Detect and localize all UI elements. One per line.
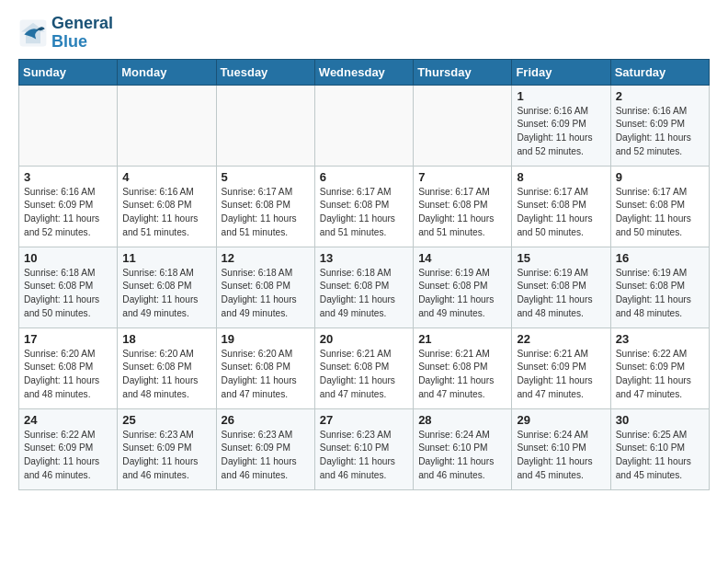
weekday-header-tuesday: Tuesday [216, 59, 314, 85]
calendar-cell: 20Sunrise: 6:21 AM Sunset: 6:08 PM Dayli… [314, 327, 413, 408]
day-info: Sunrise: 6:25 AM Sunset: 6:10 PM Dayligh… [616, 429, 704, 483]
calendar-cell: 21Sunrise: 6:21 AM Sunset: 6:08 PM Dayli… [414, 327, 512, 408]
day-number: 5 [222, 170, 310, 184]
day-info: Sunrise: 6:17 AM Sunset: 6:08 PM Dayligh… [320, 186, 408, 240]
logo-text: General Blue [51, 15, 113, 52]
day-number: 1 [517, 89, 605, 103]
day-info: Sunrise: 6:21 AM Sunset: 6:09 PM Dayligh… [517, 348, 605, 402]
day-info: Sunrise: 6:17 AM Sunset: 6:08 PM Dayligh… [418, 186, 506, 240]
calendar-cell: 27Sunrise: 6:23 AM Sunset: 6:10 PM Dayli… [314, 408, 413, 489]
day-number: 14 [418, 251, 506, 265]
day-number: 21 [418, 332, 506, 346]
page: General Blue SundayMondayTuesdayWednesda… [0, 0, 728, 505]
weekday-header-thursday: Thursday [414, 59, 512, 85]
day-number: 10 [24, 251, 112, 265]
calendar-cell: 30Sunrise: 6:25 AM Sunset: 6:10 PM Dayli… [610, 408, 709, 489]
weekday-header-monday: Monday [118, 59, 216, 85]
day-number: 24 [24, 413, 112, 427]
day-number: 3 [24, 170, 112, 184]
weekday-header-row: SundayMondayTuesdayWednesdayThursdayFrid… [19, 59, 710, 85]
day-info: Sunrise: 6:19 AM Sunset: 6:08 PM Dayligh… [418, 267, 506, 321]
day-info: Sunrise: 6:23 AM Sunset: 6:09 PM Dayligh… [222, 429, 310, 483]
day-number: 12 [222, 251, 310, 265]
day-number: 28 [418, 413, 506, 427]
day-info: Sunrise: 6:19 AM Sunset: 6:08 PM Dayligh… [616, 267, 704, 321]
day-info: Sunrise: 6:23 AM Sunset: 6:10 PM Dayligh… [320, 429, 408, 483]
calendar-cell: 9Sunrise: 6:17 AM Sunset: 6:08 PM Daylig… [610, 166, 709, 247]
calendar-cell [19, 85, 118, 166]
calendar-cell: 10Sunrise: 6:18 AM Sunset: 6:08 PM Dayli… [19, 247, 118, 327]
day-number: 23 [616, 332, 704, 346]
day-number: 7 [418, 170, 506, 184]
day-info: Sunrise: 6:20 AM Sunset: 6:08 PM Dayligh… [222, 348, 310, 402]
calendar-cell: 14Sunrise: 6:19 AM Sunset: 6:08 PM Dayli… [414, 247, 512, 327]
calendar-cell: 1Sunrise: 6:16 AM Sunset: 6:09 PM Daylig… [512, 85, 610, 166]
day-number: 18 [122, 332, 210, 346]
day-info: Sunrise: 6:17 AM Sunset: 6:08 PM Dayligh… [517, 186, 605, 240]
day-info: Sunrise: 6:22 AM Sunset: 6:09 PM Dayligh… [616, 348, 704, 402]
day-number: 9 [616, 170, 704, 184]
weekday-header-friday: Friday [512, 59, 610, 85]
day-info: Sunrise: 6:19 AM Sunset: 6:08 PM Dayligh… [517, 267, 605, 321]
weekday-header-wednesday: Wednesday [314, 59, 413, 85]
calendar-cell: 15Sunrise: 6:19 AM Sunset: 6:08 PM Dayli… [512, 247, 610, 327]
day-info: Sunrise: 6:16 AM Sunset: 6:08 PM Dayligh… [122, 186, 210, 240]
calendar-cell: 22Sunrise: 6:21 AM Sunset: 6:09 PM Dayli… [512, 327, 610, 408]
day-number: 25 [122, 413, 210, 427]
calendar-cell: 24Sunrise: 6:22 AM Sunset: 6:09 PM Dayli… [19, 408, 118, 489]
calendar-cell: 28Sunrise: 6:24 AM Sunset: 6:10 PM Dayli… [414, 408, 512, 489]
calendar-week-5: 24Sunrise: 6:22 AM Sunset: 6:09 PM Dayli… [19, 408, 710, 489]
calendar-cell: 25Sunrise: 6:23 AM Sunset: 6:09 PM Dayli… [118, 408, 216, 489]
calendar-cell: 16Sunrise: 6:19 AM Sunset: 6:08 PM Dayli… [610, 247, 709, 327]
logo: General Blue [18, 15, 113, 52]
calendar-cell: 13Sunrise: 6:18 AM Sunset: 6:08 PM Dayli… [314, 247, 413, 327]
day-number: 15 [517, 251, 605, 265]
day-number: 17 [24, 332, 112, 346]
day-info: Sunrise: 6:18 AM Sunset: 6:08 PM Dayligh… [122, 267, 210, 321]
day-number: 26 [222, 413, 310, 427]
day-info: Sunrise: 6:18 AM Sunset: 6:08 PM Dayligh… [222, 267, 310, 321]
day-number: 19 [222, 332, 310, 346]
calendar-cell: 8Sunrise: 6:17 AM Sunset: 6:08 PM Daylig… [512, 166, 610, 247]
weekday-header-sunday: Sunday [19, 59, 118, 85]
day-info: Sunrise: 6:18 AM Sunset: 6:08 PM Dayligh… [24, 267, 112, 321]
calendar-cell: 18Sunrise: 6:20 AM Sunset: 6:08 PM Dayli… [118, 327, 216, 408]
calendar-cell: 3Sunrise: 6:16 AM Sunset: 6:09 PM Daylig… [19, 166, 118, 247]
calendar-week-4: 17Sunrise: 6:20 AM Sunset: 6:08 PM Dayli… [19, 327, 710, 408]
day-number: 4 [122, 170, 210, 184]
calendar-week-3: 10Sunrise: 6:18 AM Sunset: 6:08 PM Dayli… [19, 247, 710, 327]
day-number: 29 [517, 413, 605, 427]
header: General Blue [18, 15, 710, 52]
day-info: Sunrise: 6:21 AM Sunset: 6:08 PM Dayligh… [320, 348, 408, 402]
day-info: Sunrise: 6:17 AM Sunset: 6:08 PM Dayligh… [616, 186, 704, 240]
day-info: Sunrise: 6:23 AM Sunset: 6:09 PM Dayligh… [122, 429, 210, 483]
day-info: Sunrise: 6:24 AM Sunset: 6:10 PM Dayligh… [517, 429, 605, 483]
calendar-cell: 4Sunrise: 6:16 AM Sunset: 6:08 PM Daylig… [118, 166, 216, 247]
logo-icon [18, 18, 48, 48]
calendar-cell: 26Sunrise: 6:23 AM Sunset: 6:09 PM Dayli… [216, 408, 314, 489]
day-info: Sunrise: 6:20 AM Sunset: 6:08 PM Dayligh… [122, 348, 210, 402]
day-info: Sunrise: 6:22 AM Sunset: 6:09 PM Dayligh… [24, 429, 112, 483]
day-info: Sunrise: 6:16 AM Sunset: 6:09 PM Dayligh… [517, 105, 605, 159]
day-number: 20 [320, 332, 408, 346]
calendar-cell: 17Sunrise: 6:20 AM Sunset: 6:08 PM Dayli… [19, 327, 118, 408]
calendar-cell: 12Sunrise: 6:18 AM Sunset: 6:08 PM Dayli… [216, 247, 314, 327]
day-number: 11 [122, 251, 210, 265]
day-number: 22 [517, 332, 605, 346]
day-info: Sunrise: 6:24 AM Sunset: 6:10 PM Dayligh… [418, 429, 506, 483]
calendar-cell: 19Sunrise: 6:20 AM Sunset: 6:08 PM Dayli… [216, 327, 314, 408]
calendar-week-2: 3Sunrise: 6:16 AM Sunset: 6:09 PM Daylig… [19, 166, 710, 247]
calendar-cell: 29Sunrise: 6:24 AM Sunset: 6:10 PM Dayli… [512, 408, 610, 489]
calendar-cell [414, 85, 512, 166]
calendar-cell: 23Sunrise: 6:22 AM Sunset: 6:09 PM Dayli… [610, 327, 709, 408]
day-info: Sunrise: 6:21 AM Sunset: 6:08 PM Dayligh… [418, 348, 506, 402]
day-number: 30 [616, 413, 704, 427]
day-info: Sunrise: 6:16 AM Sunset: 6:09 PM Dayligh… [24, 186, 112, 240]
calendar-header: SundayMondayTuesdayWednesdayThursdayFrid… [19, 59, 710, 85]
day-number: 2 [616, 89, 704, 103]
day-number: 27 [320, 413, 408, 427]
calendar-body: 1Sunrise: 6:16 AM Sunset: 6:09 PM Daylig… [19, 85, 710, 489]
day-number: 8 [517, 170, 605, 184]
calendar-table: SundayMondayTuesdayWednesdayThursdayFrid… [18, 59, 710, 490]
day-number: 6 [320, 170, 408, 184]
